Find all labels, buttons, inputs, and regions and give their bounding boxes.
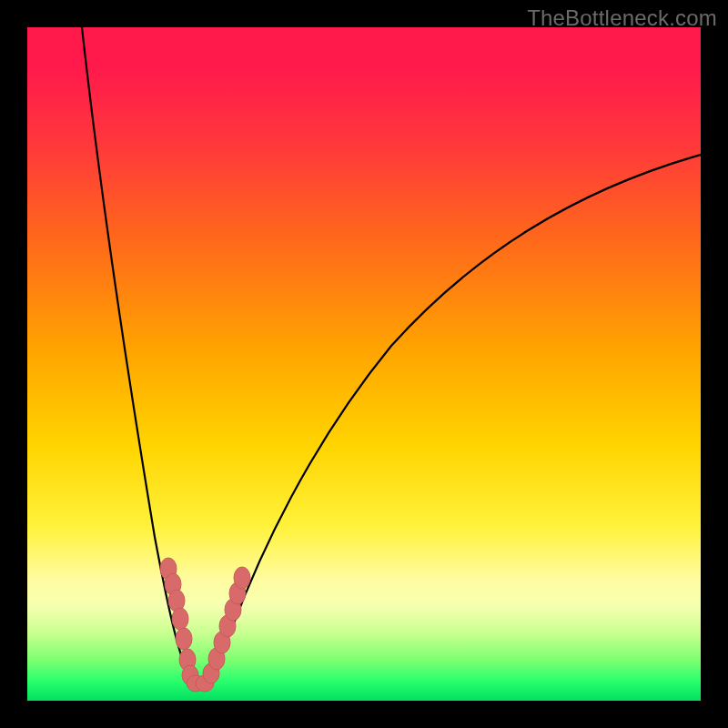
chart-frame: TheBottleneck.com [0, 0, 728, 728]
plot-area [27, 27, 701, 701]
svg-point-3 [172, 608, 188, 630]
dots-right [203, 567, 250, 683]
watermark-text: TheBottleneck.com [527, 5, 717, 31]
dots-left [160, 558, 198, 685]
chart-svg [27, 27, 701, 701]
curve-right-branch [193, 155, 701, 682]
svg-point-15 [234, 567, 250, 589]
svg-point-4 [176, 628, 192, 650]
